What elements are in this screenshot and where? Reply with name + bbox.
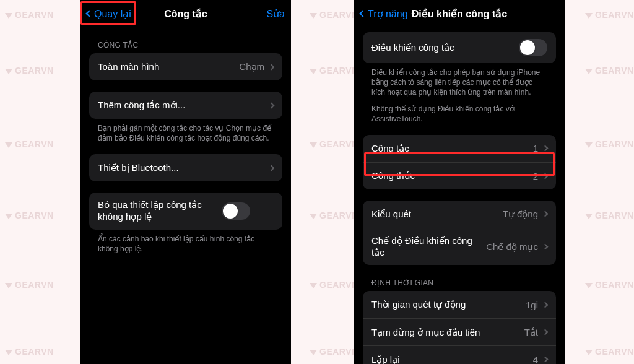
nav-back-label: Quay lại	[94, 8, 131, 20]
watermark: GEARVN	[595, 280, 634, 290]
row-label: Chế độ Điều khiển công tắc	[371, 235, 486, 259]
row-value: Chế độ mục	[486, 241, 538, 253]
group-skip-invalid: Bỏ qua thiết lập công tắc không hợp lệ	[89, 193, 282, 230]
watermark: GEARVN	[15, 280, 54, 290]
toggle-skip-invalid[interactable]	[222, 202, 250, 220]
group-scan: Kiểu quét Tự động Chế độ Điều khiển công…	[363, 201, 556, 266]
group-switches-recipes: Công tắc 1 Công thức 2	[363, 135, 556, 189]
footer-master1: Điều khiển công tắc cho phép bạn sử dụng…	[354, 63, 565, 98]
nav-back-button[interactable]: Quay lại	[87, 8, 131, 20]
row-label: Toàn màn hình	[98, 61, 239, 73]
chevron-right-icon	[269, 102, 275, 108]
section-header-switches: CÔNG TẮC	[80, 27, 291, 53]
row-value: Chạm	[239, 61, 264, 72]
row-skip-invalid[interactable]: Bỏ qua thiết lập công tắc không hợp lệ	[89, 193, 282, 230]
watermark: GEARVN	[319, 347, 358, 357]
footer-master2: Không thể sử dụng Điều khiển công tắc vớ…	[354, 98, 565, 124]
chevron-right-icon	[542, 211, 549, 217]
row-scanstyle[interactable]: Kiểu quét Tự động	[363, 201, 556, 228]
group-timing: Thời gian quét tự động 1gi Tạm dừng ở mụ…	[363, 291, 556, 364]
watermark: GEARVN	[15, 66, 54, 76]
watermark: GEARVN	[319, 139, 358, 149]
phone-left: Quay lại Công tắc Sửa CÔNG TẮC Toàn màn …	[80, 0, 291, 364]
watermark: GEARVN	[15, 139, 54, 149]
watermark: GEARVN	[595, 10, 634, 20]
watermark: GEARVN	[595, 66, 634, 76]
row-value: 1	[533, 143, 538, 154]
row-switchmode[interactable]: Chế độ Điều khiển công tắc Chế độ mục	[363, 228, 556, 266]
row-recipes[interactable]: Công thức 2	[363, 162, 556, 189]
row-label: Công tắc	[371, 143, 533, 155]
chevron-right-icon	[269, 64, 275, 70]
row-value: Tự động	[503, 209, 538, 220]
row-autoscan[interactable]: Thời gian quét tự động 1gi	[363, 291, 556, 318]
watermark: GEARVN	[319, 10, 358, 20]
row-value: 2	[533, 171, 538, 181]
footer-skip-invalid: Ẩn các cảnh báo khi thiết lập cấu hình c…	[80, 230, 291, 254]
chevron-right-icon	[542, 145, 549, 152]
toggle-master[interactable]	[519, 39, 547, 56]
row-label: Bỏ qua thiết lập công tắc không hợp lệ	[98, 199, 222, 223]
row-pause[interactable]: Tạm dừng ở mục đầu tiên Tắt	[363, 318, 556, 345]
chevron-right-icon	[269, 165, 275, 171]
group-master: Điều khiển công tắc	[363, 32, 556, 63]
row-value: 4	[533, 354, 538, 364]
chevron-right-icon	[542, 357, 549, 363]
watermark: GEARVN	[319, 280, 358, 290]
row-label: Công thức	[371, 170, 533, 182]
group-fullscreen: Toàn màn hình Chạm	[89, 53, 282, 80]
watermark: GEARVN	[15, 210, 54, 220]
chevron-right-icon	[542, 329, 549, 336]
section-header-timing: ĐỊNH THỜI GIAN	[354, 265, 565, 291]
watermark: GEARVN	[595, 139, 634, 149]
watermark: GEARVN	[15, 347, 54, 357]
navbar: Trợ năng Điều khiển công tắc	[354, 0, 565, 27]
phone-right: Trợ năng Điều khiển công tắc Điều khiển …	[354, 0, 565, 364]
row-value: Tắt	[524, 327, 538, 338]
row-add-switch[interactable]: Thêm công tắc mới...	[89, 92, 282, 119]
row-bluetooth[interactable]: Thiết bị Bluetooth...	[89, 154, 282, 181]
watermark: GEARVN	[595, 347, 634, 357]
watermark: GEARVN	[319, 66, 358, 76]
chevron-right-icon	[542, 244, 549, 250]
navbar: Quay lại Công tắc Sửa	[80, 0, 291, 27]
group-bluetooth: Thiết bị Bluetooth...	[89, 154, 282, 181]
row-label: Kiểu quét	[371, 209, 503, 220]
nav-back-button[interactable]: Trợ năng	[360, 8, 408, 20]
chevron-right-icon	[542, 301, 549, 308]
chevron-left-icon	[359, 10, 366, 17]
row-repeat[interactable]: Lặp lại 4	[363, 345, 556, 364]
chevron-right-icon	[542, 173, 549, 179]
row-label: Lặp lại	[371, 354, 533, 364]
chevron-left-icon	[85, 10, 92, 17]
row-switches[interactable]: Công tắc 1	[363, 135, 556, 162]
watermark: GEARVN	[595, 210, 634, 220]
watermark: GEARVN	[319, 210, 358, 220]
nav-back-label: Trợ năng	[368, 8, 408, 20]
row-label: Thiết bị Bluetooth...	[98, 162, 269, 174]
watermark: GEARVN	[15, 10, 54, 20]
row-fullscreen[interactable]: Toàn màn hình Chạm	[89, 53, 282, 80]
footer-add-switch: Bạn phải gán một công tắc cho tác vụ Chọ…	[80, 119, 291, 143]
row-label: Thêm công tắc mới...	[98, 100, 269, 111]
group-add-switch: Thêm công tắc mới...	[89, 92, 282, 119]
row-master-toggle[interactable]: Điều khiển công tắc	[363, 32, 556, 63]
row-label: Thời gian quét tự động	[371, 299, 526, 311]
row-label: Điều khiển công tắc	[371, 42, 519, 54]
nav-edit-button[interactable]: Sửa	[241, 8, 285, 20]
row-value: 1gi	[526, 300, 538, 310]
row-label: Tạm dừng ở mục đầu tiên	[371, 327, 524, 339]
nav-edit-label: Sửa	[266, 8, 285, 20]
